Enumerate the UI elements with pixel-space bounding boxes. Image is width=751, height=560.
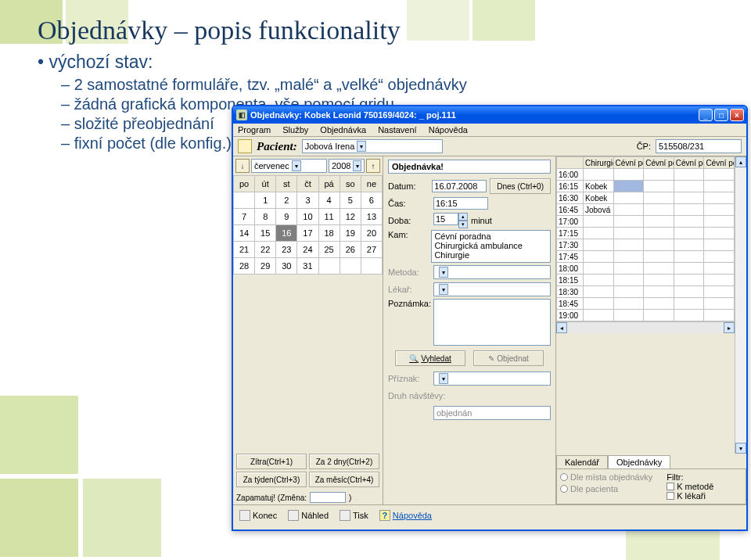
grid-cell[interactable] bbox=[644, 181, 674, 192]
calendar-grid[interactable]: poútstčtpásone12345678910111213141516171… bbox=[233, 175, 383, 275]
grid-col-header[interactable]: Chirurgick bbox=[584, 157, 614, 169]
schedule-grid[interactable]: ChirurgickCévní porCévní porCévní porCév… bbox=[556, 156, 735, 321]
poznamka-textarea[interactable] bbox=[433, 299, 551, 346]
objednat-button[interactable]: ✎Objednat bbox=[473, 350, 544, 366]
cal-day[interactable]: 15 bbox=[255, 225, 276, 242]
grid-cell[interactable] bbox=[644, 275, 674, 286]
menu-nastaveni[interactable]: Nastavení bbox=[378, 125, 417, 135]
cal-day[interactable] bbox=[340, 258, 361, 275]
grid-cell[interactable] bbox=[674, 275, 704, 286]
year-combo[interactable]: 2008 ▾ bbox=[329, 159, 365, 173]
grid-cell[interactable] bbox=[584, 310, 614, 321]
check-kmetode[interactable]: K metodě bbox=[667, 482, 713, 491]
scroll-right-icon[interactable]: ▸ bbox=[724, 322, 735, 333]
grid-col-header[interactable] bbox=[557, 157, 584, 169]
cal-day[interactable]: 22 bbox=[255, 242, 276, 258]
doba-input[interactable] bbox=[433, 213, 458, 225]
titlebar[interactable]: ◧ Objednávky: Kobek Leonid 750169/4024: … bbox=[233, 106, 746, 124]
grid-cell[interactable] bbox=[644, 216, 674, 228]
cal-day[interactable]: 25 bbox=[318, 242, 340, 258]
grid-cell[interactable] bbox=[644, 169, 674, 181]
nahled-button[interactable]: Náhled bbox=[288, 510, 329, 521]
grid-cell[interactable] bbox=[704, 204, 735, 216]
cal-day[interactable] bbox=[234, 192, 255, 209]
month-combo[interactable]: červenec ▾ bbox=[251, 159, 327, 173]
tab-kalendar[interactable]: Kalendář bbox=[556, 455, 608, 468]
konec-button[interactable]: Konec bbox=[239, 510, 277, 521]
tisk-button[interactable]: Tisk bbox=[340, 510, 368, 521]
grid-cell[interactable] bbox=[613, 239, 644, 251]
grid-cell[interactable] bbox=[704, 251, 735, 263]
grid-cell[interactable] bbox=[674, 169, 704, 181]
cal-day[interactable] bbox=[318, 258, 340, 275]
grid-cell[interactable]: Kobek bbox=[584, 192, 614, 204]
grid-cell[interactable] bbox=[613, 216, 644, 228]
cal-day[interactable]: 21 bbox=[234, 242, 255, 258]
cal-day[interactable]: 18 bbox=[318, 225, 340, 242]
grid-cell[interactable] bbox=[584, 286, 614, 298]
cal-day[interactable] bbox=[361, 258, 382, 275]
step-down-icon[interactable]: ▾ bbox=[458, 221, 468, 228]
cal-day[interactable]: 4 bbox=[318, 192, 340, 209]
vertical-scrollbar[interactable]: ▴ ▾ bbox=[735, 156, 746, 454]
grid-cell[interactable] bbox=[644, 286, 674, 298]
grid-cell[interactable] bbox=[613, 310, 644, 321]
scroll-down-icon[interactable]: ▾ bbox=[735, 443, 746, 454]
cal-day[interactable]: 9 bbox=[276, 209, 297, 225]
cal-day[interactable]: 28 bbox=[234, 258, 255, 275]
horizontal-scrollbar[interactable]: ◂ ▸ bbox=[556, 321, 735, 333]
metoda-combo[interactable]: ▾ bbox=[433, 265, 551, 279]
cal-day[interactable]: 6 bbox=[361, 192, 382, 209]
minimize-button[interactable]: _ bbox=[699, 109, 713, 121]
grid-cell[interactable] bbox=[613, 298, 644, 310]
grid-cell[interactable] bbox=[613, 204, 644, 216]
grid-col-header[interactable]: Cévní por bbox=[613, 157, 644, 169]
kam-option[interactable]: Chirurgická ambulance bbox=[433, 241, 549, 250]
step-up-icon[interactable]: ▴ bbox=[458, 213, 468, 221]
cal-day[interactable]: 27 bbox=[361, 242, 382, 258]
chevron-down-icon[interactable]: ▾ bbox=[353, 160, 361, 171]
grid-col-header[interactable]: Cévní por bbox=[674, 157, 704, 169]
grid-cell[interactable] bbox=[704, 181, 735, 192]
grid-cell[interactable] bbox=[674, 204, 704, 216]
check-klekari[interactable]: K lékaři bbox=[667, 491, 713, 501]
zapamatuj-input[interactable] bbox=[310, 492, 346, 503]
grid-cell[interactable] bbox=[613, 275, 644, 286]
grid-cell[interactable] bbox=[613, 251, 644, 263]
grid-cell[interactable] bbox=[613, 181, 644, 192]
za2dny-button[interactable]: Za 2 dny(Ctrl+2) bbox=[309, 454, 379, 469]
grid-cell[interactable] bbox=[704, 239, 735, 251]
kam-option[interactable]: Cévní poradna bbox=[433, 232, 549, 241]
grid-cell[interactable] bbox=[584, 216, 614, 228]
grid-cell[interactable] bbox=[644, 298, 674, 310]
grid-cell[interactable] bbox=[644, 310, 674, 321]
grid-cell[interactable] bbox=[584, 228, 614, 239]
cp-field[interactable]: 515508/231 bbox=[656, 139, 742, 153]
menu-objednavka[interactable]: Objednávka bbox=[320, 125, 366, 135]
folder-icon[interactable] bbox=[238, 139, 252, 153]
menu-napoveda[interactable]: Nápověda bbox=[429, 125, 468, 135]
cal-day[interactable]: 26 bbox=[340, 242, 361, 258]
grid-cell[interactable] bbox=[644, 251, 674, 263]
kam-option[interactable]: Chirurgie bbox=[433, 250, 549, 260]
scroll-left-icon[interactable]: ◂ bbox=[556, 322, 567, 333]
grid-col-header[interactable]: Cévní por bbox=[704, 157, 735, 169]
cal-day[interactable]: 16 bbox=[276, 225, 297, 242]
grid-cell[interactable] bbox=[674, 181, 704, 192]
cal-day[interactable]: 31 bbox=[297, 258, 318, 275]
cal-day[interactable]: 23 bbox=[276, 242, 297, 258]
grid-cell[interactable] bbox=[584, 251, 614, 263]
cal-day[interactable]: 30 bbox=[276, 258, 297, 275]
zatyden-button[interactable]: Za týden(Ctrl+3) bbox=[236, 472, 307, 487]
chevron-down-icon[interactable]: ▾ bbox=[439, 373, 448, 384]
grid-cell[interactable] bbox=[674, 263, 704, 275]
grid-cell[interactable] bbox=[584, 239, 614, 251]
next-month-button[interactable]: ↑ bbox=[366, 159, 380, 173]
grid-cell[interactable] bbox=[704, 286, 735, 298]
zitra-button[interactable]: Zítra(Ctrl+1) bbox=[236, 454, 307, 469]
prev-month-button[interactable]: ↓ bbox=[235, 159, 250, 173]
scroll-up-icon[interactable]: ▴ bbox=[735, 156, 746, 167]
grid-cell[interactable] bbox=[704, 310, 735, 321]
grid-cell[interactable] bbox=[704, 298, 735, 310]
grid-cell[interactable]: Jobová bbox=[584, 204, 614, 216]
